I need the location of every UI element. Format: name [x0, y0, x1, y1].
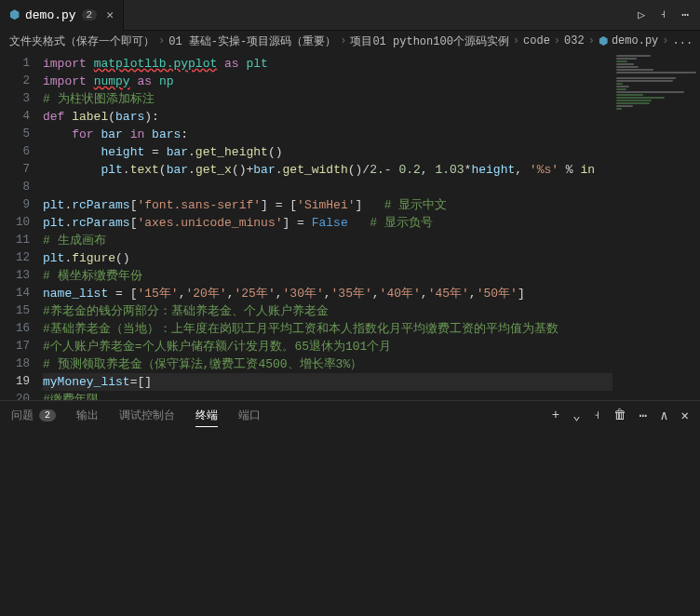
- code-line[interactable]: import numpy as np: [43, 73, 700, 90]
- code-line[interactable]: height = bar.get_height(): [43, 143, 700, 161]
- minimap-line: [616, 105, 633, 107]
- tab-filename: demo.py: [25, 8, 76, 22]
- more-icon[interactable]: ⋯: [639, 408, 647, 423]
- line-number: 3: [0, 90, 43, 108]
- chevron-right-icon: ›: [158, 34, 165, 47]
- code-line[interactable]: plt.rcParams['font.sans-serif'] = ['SimH…: [43, 196, 700, 214]
- line-number: 14: [0, 285, 43, 302]
- python-file-icon: ⬢: [599, 34, 608, 48]
- close-panel-icon[interactable]: ✕: [681, 408, 689, 423]
- code-line[interactable]: #缴费年限: [43, 391, 700, 400]
- minimap-line: [616, 60, 627, 62]
- code-line[interactable]: #基础养老金（当地）：上年度在岗职工月平均工资和本人指数化月平均缴费工资的平均值…: [43, 320, 700, 338]
- more-icon[interactable]: ⋯: [681, 7, 689, 22]
- line-number: 15: [0, 302, 43, 320]
- minimap-line: [616, 86, 629, 87]
- line-number: 11: [0, 232, 43, 249]
- breadcrumb[interactable]: 文件夹格式（保存一个即可） › 01 基础-实操-项目源码（重要） › 项目01…: [0, 31, 700, 51]
- minimap-line: [616, 108, 622, 110]
- close-icon[interactable]: ✕: [106, 7, 114, 22]
- code-line[interactable]: for bar in bars:: [43, 126, 700, 143]
- minimap-line: [616, 102, 650, 104]
- chevron-right-icon: ›: [340, 34, 346, 47]
- minimap-line: [616, 88, 626, 90]
- breadcrumb-file[interactable]: demo.py: [612, 34, 658, 47]
- line-number: 18: [0, 355, 43, 373]
- terminal-dropdown-icon[interactable]: ⌄: [572, 408, 580, 423]
- minimap-line: [616, 94, 643, 96]
- line-number: 16: [0, 320, 43, 338]
- line-number: 4: [0, 108, 43, 126]
- breadcrumb-item[interactable]: 项目01 python100个源码实例: [350, 33, 508, 49]
- line-number: 5: [0, 126, 43, 143]
- line-number: 12: [0, 249, 43, 267]
- minimap-line: [616, 100, 652, 101]
- python-file-icon: ⬢: [9, 7, 20, 22]
- editor[interactable]: 1234567891011121314151617181920 import m…: [0, 51, 700, 400]
- tab-problems[interactable]: 问题 2: [11, 408, 56, 423]
- chevron-right-icon: ›: [554, 34, 560, 47]
- code-line[interactable]: # 为柱状图添加标注: [43, 90, 700, 108]
- line-number: 7: [0, 161, 43, 179]
- code-line[interactable]: plt.rcParams['axes.unicode_minus'] = Fal…: [43, 214, 700, 232]
- bottom-panel: 问题 2 输出 调试控制台 终端 端口 + ⌄ ⫞ 🗑 ⋯ ∧ ✕: [0, 400, 700, 616]
- chevron-right-icon: ›: [513, 34, 519, 47]
- code-line[interactable]: plt.text(bar.get_x()+bar.get_width()/2.-…: [43, 161, 700, 179]
- minimap-line: [616, 58, 637, 60]
- code-line[interactable]: # 预测领取养老金（保守算法,缴费工资4500、增长率3%）: [43, 355, 700, 373]
- minimap-line: [616, 63, 634, 65]
- code-line[interactable]: # 横坐标缴费年份: [43, 267, 700, 285]
- maximize-icon[interactable]: ∧: [660, 408, 667, 423]
- problem-count-badge: 2: [39, 409, 56, 422]
- tab-terminal[interactable]: 终端: [195, 408, 218, 427]
- breadcrumb-item[interactable]: 文件夹格式（保存一个即可）: [9, 33, 155, 49]
- minimap[interactable]: [612, 51, 700, 400]
- new-terminal-icon[interactable]: +: [552, 408, 559, 423]
- line-number: 17: [0, 338, 43, 355]
- line-number: 13: [0, 267, 43, 285]
- editor-actions: ▷ ⫞ ⋯: [626, 7, 700, 22]
- code-line[interactable]: import matplotlib.pyplot as plt: [43, 55, 700, 73]
- minimap-line: [616, 69, 653, 71]
- minimap-line: [616, 72, 696, 74]
- code-line[interactable]: #个人账户养老金=个人账户储存额/计发月数。65退休为101个月: [43, 338, 700, 355]
- breadcrumb-item[interactable]: 01 基础-实操-项目源码（重要）: [168, 33, 336, 49]
- line-number: 19: [0, 373, 43, 391]
- split-editor-icon[interactable]: ⫞: [660, 7, 666, 22]
- code-line[interactable]: name_list = ['15年','20年','25年','30年','35…: [43, 285, 700, 302]
- breadcrumb-item[interactable]: 032: [564, 34, 585, 47]
- code-line[interactable]: def label(bars):: [43, 108, 700, 126]
- minimap-line: [616, 91, 684, 93]
- minimap-line: [616, 55, 651, 57]
- minimap-line: [616, 83, 623, 85]
- minimap-line: [616, 66, 639, 68]
- minimap-line: [616, 80, 673, 82]
- line-number-gutter: 1234567891011121314151617181920: [0, 51, 43, 400]
- tab-debug-console[interactable]: 调试控制台: [119, 408, 175, 423]
- minimap-line: [616, 77, 676, 79]
- code-line[interactable]: [43, 179, 700, 196]
- tab-ports[interactable]: 端口: [238, 408, 261, 423]
- breadcrumb-item[interactable]: code: [523, 34, 550, 47]
- line-number: 1: [0, 55, 43, 73]
- code-area[interactable]: import matplotlib.pyplot as pltimport nu…: [43, 51, 700, 400]
- split-terminal-icon[interactable]: ⫞: [594, 408, 600, 423]
- trash-icon[interactable]: 🗑: [613, 408, 626, 423]
- tab-badge: 2: [82, 9, 98, 20]
- line-number: 8: [0, 179, 43, 196]
- tab-output[interactable]: 输出: [76, 408, 99, 423]
- code-line[interactable]: myMoney_list=[]: [43, 373, 700, 391]
- code-line[interactable]: plt.figure(): [43, 249, 700, 267]
- chevron-right-icon: ›: [588, 34, 595, 47]
- line-number: 6: [0, 143, 43, 161]
- chevron-right-icon: ›: [662, 34, 668, 47]
- run-icon[interactable]: ▷: [638, 7, 645, 22]
- code-line[interactable]: #养老金的钱分两部分：基础养老金、个人账户养老金: [43, 302, 700, 320]
- code-line[interactable]: # 生成画布: [43, 232, 700, 249]
- tab-demo-py[interactable]: ⬢ demo.py 2 ✕: [0, 0, 124, 31]
- panel-tabs: 问题 2 输出 调试控制台 终端 端口 + ⌄ ⫞ 🗑 ⋯ ∧ ✕: [0, 401, 700, 430]
- line-number: 10: [0, 214, 43, 232]
- line-number: 9: [0, 196, 43, 214]
- tab-bar: ⬢ demo.py 2 ✕ ▷ ⫞ ⋯: [0, 0, 700, 31]
- breadcrumb-more[interactable]: ...: [673, 34, 693, 47]
